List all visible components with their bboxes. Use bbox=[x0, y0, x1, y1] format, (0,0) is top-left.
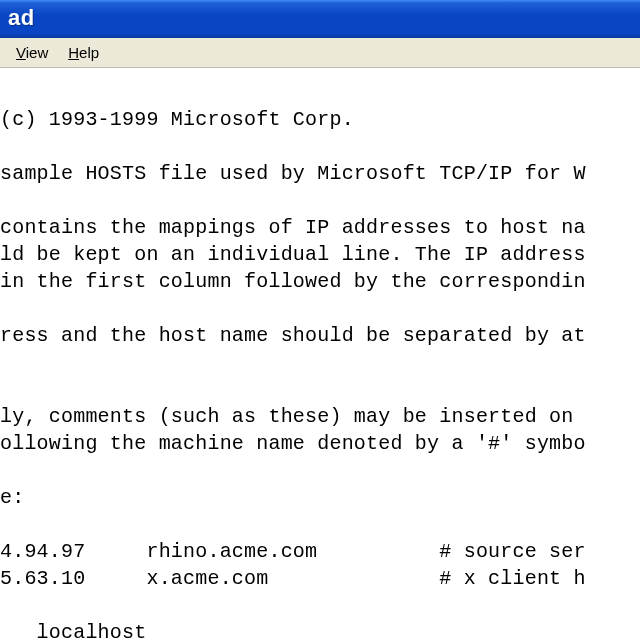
text-line: 4.94.97 rhino.acme.com # source ser bbox=[0, 540, 586, 563]
menu-view-rest: iew bbox=[26, 44, 49, 61]
app-window: ad View Help (c) 1993-1999 Microsoft Cor… bbox=[0, 0, 640, 640]
text-line: contains the mappings of IP addresses to… bbox=[0, 216, 586, 239]
text-line: ress and the host name should be separat… bbox=[0, 324, 586, 347]
window-title: ad bbox=[8, 5, 35, 31]
text-line: (c) 1993-1999 Microsoft Corp. bbox=[0, 108, 354, 131]
text-line: ld be kept on an individual line. The IP… bbox=[0, 243, 586, 266]
menu-help-rest: elp bbox=[79, 44, 99, 61]
text-line: localhost bbox=[0, 621, 146, 640]
text-area[interactable]: (c) 1993-1999 Microsoft Corp. sample HOS… bbox=[0, 68, 640, 640]
text-line: sample HOSTS file used by Microsoft TCP/… bbox=[0, 162, 586, 185]
menubar: View Help bbox=[0, 38, 640, 68]
menu-view[interactable]: View bbox=[6, 42, 58, 63]
text-line: 5.63.10 x.acme.com # x client h bbox=[0, 567, 586, 590]
titlebar[interactable]: ad bbox=[0, 0, 640, 38]
text-line: ly, comments (such as these) may be inse… bbox=[0, 405, 586, 428]
text-line: e: bbox=[0, 486, 24, 509]
text-line: in the first column followed by the corr… bbox=[0, 270, 586, 293]
text-line: ollowing the machine name denoted by a '… bbox=[0, 432, 586, 455]
menu-help[interactable]: Help bbox=[58, 42, 109, 63]
